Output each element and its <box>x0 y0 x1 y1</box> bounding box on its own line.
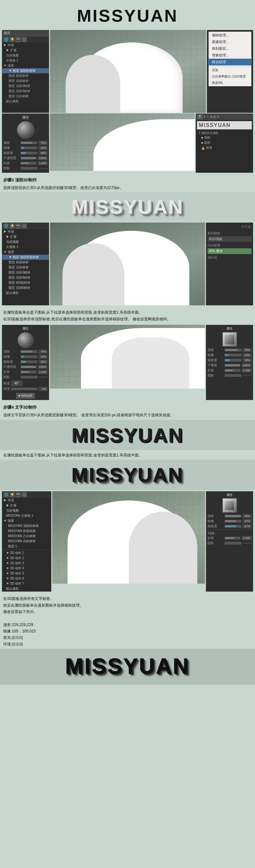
s5-l4[interactable]: MISSYAN 后斜材材 <box>2 539 51 544</box>
layer-item-top[interactable]: ■ 顶部 <box>197 135 252 140</box>
sidebar-item-layer4[interactable]: 图层 后斜3材材 <box>2 84 49 89</box>
s2b-small-t5[interactable] <box>225 369 240 372</box>
s5-icon3[interactable]: 📷 <box>15 492 21 497</box>
s2b-diff-track[interactable] <box>21 350 37 353</box>
s2b-small-lbl5: 折射 <box>208 368 223 373</box>
s5-action2[interactable]: ▼ 3D 动作 2 <box>2 556 51 561</box>
s5-icon2[interactable]: 💡 <box>9 492 15 497</box>
s5-rp-t2[interactable] <box>225 520 241 523</box>
s5-l1[interactable]: MISSYAN 顶部斜材材 <box>2 523 51 528</box>
opacity-value: 100% <box>38 156 47 160</box>
sidebar-item-env[interactable]: ▶ 环境 <box>2 43 49 48</box>
s5-action1[interactable]: ▼ 3D 动作 1 <box>2 551 51 556</box>
s2b-angle-val[interactable]: 45° <box>11 381 22 386</box>
s2-frontback-value: 前后/面贴 <box>208 236 252 242</box>
ctx-item-new2[interactable]: 新及INL <box>209 80 251 86</box>
icon-env[interactable]: 🌐 <box>3 37 9 42</box>
diffuse-track[interactable] <box>21 142 37 144</box>
icon-camera[interactable]: 📷 <box>15 37 21 42</box>
s2b-small-t4[interactable] <box>225 364 240 367</box>
shadow-track[interactable] <box>21 167 37 169</box>
s5-action6[interactable]: ▼ 3D 动作 6 <box>2 576 51 581</box>
s2-layer1-sel[interactable]: ▼ 图层 顶部前面材材 <box>2 255 49 260</box>
s2-layer2[interactable]: 图层 前面材材 <box>2 260 49 265</box>
s5-l5[interactable]: 图层 1 <box>2 544 51 549</box>
s5-l2[interactable]: MISSYAN 前面材材 <box>2 528 51 534</box>
ctx-item-new[interactable]: 新建纹理... <box>209 38 251 45</box>
sidebar-item-scene[interactable]: ▼ 场景 <box>2 63 49 68</box>
ctx-item-move[interactable]: 移到图层... <box>209 45 251 52</box>
s5-action7[interactable]: ▼ 3D 动作 7 <box>2 581 51 586</box>
sidebar-item-currentview[interactable]: 当前视图 <box>2 53 49 58</box>
roughness-track[interactable] <box>21 152 37 154</box>
s5-rp-t6[interactable] <box>225 542 241 545</box>
s2-layer7[interactable]: 图层 后斜6材材 <box>2 285 49 290</box>
s2-layer3[interactable]: 图层 后斜材材 <box>2 265 49 270</box>
sidebar-item-layer2[interactable]: 图层 前斜材材 <box>2 73 49 79</box>
s5-rp-t5[interactable] <box>225 537 240 539</box>
sidebar-item-bigview[interactable]: 大视角 1 <box>2 58 49 63</box>
s2-icon3[interactable]: 📷 <box>15 223 21 228</box>
s2-scene[interactable]: ▼ 场景 <box>2 250 49 255</box>
s2-editbtn[interactable]: 编辑项 <box>208 255 252 260</box>
s5-rp-t3[interactable] <box>225 525 241 528</box>
s2-env[interactable]: ▶ 环境 <box>2 229 49 234</box>
s2-bigview[interactable]: 大视角 1 <box>2 245 49 250</box>
icon-light[interactable]: 💡 <box>9 37 15 42</box>
s2b-small-v6 <box>243 375 252 376</box>
s2-currentview[interactable]: 当前视图 <box>2 239 49 245</box>
s2-camera[interactable]: 默认相机 <box>2 290 49 296</box>
s2b-height-track[interactable] <box>11 388 37 390</box>
s5-bigview[interactable]: MISSYAN 大视角 1 <box>2 513 51 518</box>
s5-rp-t1[interactable] <box>225 515 241 517</box>
s5-env[interactable]: ▶ 环境 <box>2 498 51 503</box>
s2-layer6[interactable]: 图层 前5面材材 <box>2 280 49 285</box>
step3-desc: 步骤3 顶部3D制作 选择顶部层执行3D>从所选路径创建3D模型，改变凸出深度为… <box>0 175 255 192</box>
s2b-ref-track[interactable] <box>21 371 36 373</box>
s2b-small-t2[interactable] <box>225 354 241 356</box>
s5-action3[interactable]: ▼ 3D 动作 3 <box>2 561 51 566</box>
ctx-item-remove[interactable]: 移去纹理 <box>209 59 251 65</box>
s5-scene[interactable]: ▼ 场景 <box>2 518 51 523</box>
s5-view[interactable]: 当前视图 <box>2 508 51 513</box>
opacity-track[interactable] <box>21 157 36 159</box>
s5-expand[interactable]: ▶ 扩展 <box>2 503 51 508</box>
layer-item-t[interactable]: T MISSYUAN <box>197 131 252 135</box>
s5-icon4[interactable]: ⬡ <box>22 492 27 497</box>
ctx-item-render[interactable]: 渲染 <box>209 67 251 73</box>
s5-icon1[interactable]: 🌐 <box>3 492 9 497</box>
s5-action5[interactable]: ▼ 3D 动作 5 <box>2 571 51 576</box>
s2-icon1[interactable]: 🌐 <box>3 223 9 228</box>
ctx-item-replace[interactable]: 替换纹理... <box>209 52 251 59</box>
s2b-shad-track[interactable] <box>21 376 37 378</box>
s2-expand[interactable]: ▶ 扩展 <box>2 234 49 239</box>
tool-t[interactable]: T <box>197 115 202 119</box>
s2-layer5[interactable]: 图层 后斜4材材 <box>2 275 49 280</box>
ctx-item-convex[interactable]: 凸出材料默认·凸出I借贷 <box>209 73 251 80</box>
refract-track[interactable] <box>21 162 36 164</box>
s2-layer4[interactable]: 图层 后斜3材材 <box>2 270 49 275</box>
s5-action4[interactable]: ▼ 3D 动作 4 <box>2 566 51 571</box>
s2-icon4[interactable]: ⬡ <box>22 223 27 228</box>
sidebar-item-camera[interactable]: 默认相机 <box>2 99 49 104</box>
s5-camera[interactable]: 默认相机 <box>2 586 51 591</box>
sidebar-item-layer5[interactable]: 图层 后斜4材材 <box>2 89 49 94</box>
layer-item-bottom[interactable]: ■ 底部 <box>197 140 252 145</box>
s5-l3[interactable]: MISSYAN 凸出材材 <box>2 534 51 539</box>
s2b-edit-texture-btn[interactable]: ■ 编辑贴图 <box>16 393 35 399</box>
icon-mesh[interactable]: ⬡ <box>22 37 27 42</box>
s2b-opa-track[interactable] <box>21 366 36 368</box>
ctx-item-edit[interactable]: 编辑纹理... <box>209 32 251 38</box>
sidebar-item-layer6[interactable]: 图层 凸出材材 <box>2 94 49 99</box>
sidebar-item-layer1[interactable]: ▼ 图层 顶部斜材材 <box>2 68 49 73</box>
s2-icon2[interactable]: 💡 <box>9 223 15 228</box>
s2b-rough-track[interactable] <box>21 361 37 363</box>
s2b-spec-track[interactable] <box>21 355 37 358</box>
s2b-small-t6[interactable] <box>225 374 241 377</box>
s2b-small-t1[interactable] <box>225 349 241 351</box>
s2-extrude-btn[interactable]: 20% 叠加 <box>208 248 252 254</box>
specular-track[interactable] <box>21 147 37 149</box>
sidebar-item-layer3[interactable]: 图层 后斜材材 <box>2 79 49 84</box>
sidebar-item-expand[interactable]: ▶ 扩展 <box>2 48 49 53</box>
s2b-small-t3[interactable] <box>225 359 241 362</box>
